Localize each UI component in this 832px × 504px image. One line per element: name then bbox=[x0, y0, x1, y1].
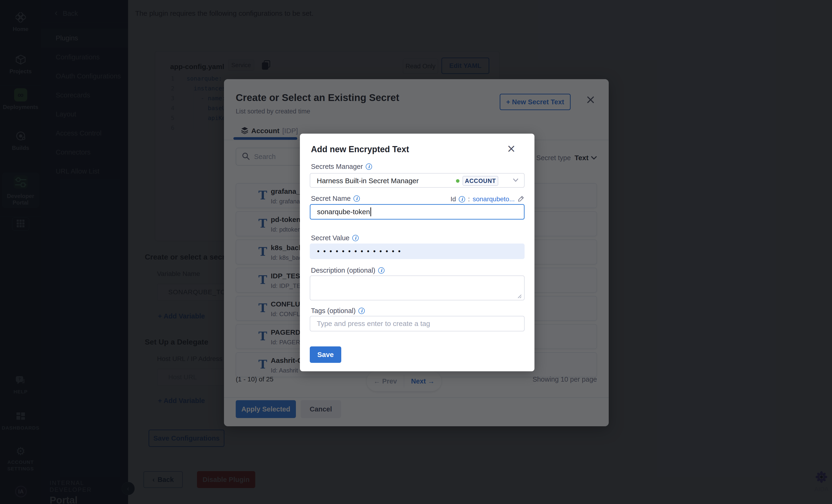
add-encrypted-text-modal: Add new Encrypted Text × Secrets Manager… bbox=[300, 134, 535, 371]
id-value-link[interactable]: sonarqubeto... bbox=[473, 195, 515, 203]
secret-value-label-row: Secret Value i bbox=[311, 234, 359, 242]
description-textarea[interactable] bbox=[310, 276, 525, 300]
info-icon[interactable]: i bbox=[378, 267, 385, 274]
tags-label: Tags (optional) bbox=[311, 307, 356, 315]
tags-input[interactable] bbox=[310, 316, 525, 331]
secret-name-label-row: Secret Name i bbox=[311, 195, 360, 202]
secret-value-input[interactable]: •••••••••••••• bbox=[310, 244, 525, 259]
close-icon[interactable]: × bbox=[507, 143, 516, 154]
secret-name-value: sonarqube-token bbox=[317, 208, 370, 216]
secrets-manager-value: Harness Built-in Secret Manager bbox=[317, 177, 419, 185]
secrets-manager-label: Secrets Manager bbox=[311, 163, 363, 170]
chevron-down-icon bbox=[513, 178, 518, 183]
secret-name-input[interactable]: sonarqube-token bbox=[310, 204, 525, 220]
description-label-row: Description (optional) i bbox=[311, 267, 385, 274]
resize-handle-icon[interactable] bbox=[517, 293, 522, 300]
info-icon[interactable]: i bbox=[354, 195, 360, 202]
modal-title: Add new Encrypted Text bbox=[311, 144, 409, 154]
id-separator: : bbox=[468, 195, 470, 203]
info-icon[interactable]: i bbox=[352, 235, 359, 241]
edit-pencil-icon[interactable] bbox=[518, 195, 525, 203]
scope-badge-account: ACCOUNT bbox=[463, 176, 498, 186]
id-label: Id bbox=[450, 195, 456, 203]
secrets-manager-label-row: Secrets Manager i bbox=[311, 163, 372, 170]
secret-name-label: Secret Name bbox=[311, 195, 350, 202]
description-label: Description (optional) bbox=[311, 267, 375, 274]
page-root: Home Projects ∞ Deployments Builds bbox=[0, 0, 832, 504]
info-icon[interactable]: i bbox=[366, 164, 372, 170]
save-button[interactable]: Save bbox=[310, 346, 341, 363]
masked-secret-value: •••••••••••••• bbox=[316, 248, 404, 255]
tags-label-row: Tags (optional) i bbox=[311, 307, 365, 315]
secret-id-row: Id i : sonarqubeto... bbox=[450, 195, 525, 203]
secret-value-label: Secret Value bbox=[311, 234, 349, 242]
info-icon[interactable]: i bbox=[459, 196, 465, 202]
secrets-manager-select[interactable]: Harness Built-in Secret Manager ACCOUNT bbox=[310, 173, 525, 188]
info-icon[interactable]: i bbox=[358, 308, 365, 314]
status-dot-connected bbox=[456, 179, 460, 183]
text-cursor bbox=[370, 207, 371, 216]
